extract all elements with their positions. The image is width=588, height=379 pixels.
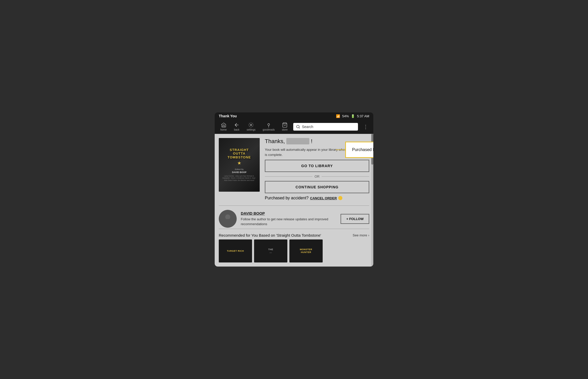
continue-shopping-button[interactable]: CONTINUE SHOPPING bbox=[265, 181, 369, 193]
or-divider: OR bbox=[265, 175, 369, 178]
cancel-order-link[interactable]: CANCEL ORDER bbox=[310, 196, 337, 200]
recommended-header: Recommended for You Based on 'Straight O… bbox=[219, 229, 369, 239]
settings-label: settings bbox=[247, 128, 255, 131]
svg-point-2 bbox=[297, 125, 299, 128]
svg-point-3 bbox=[225, 214, 230, 220]
author-name[interactable]: DAVID BOOP bbox=[241, 211, 336, 215]
accident-row: Purchased by accident? CANCEL ORDER bbox=[265, 196, 369, 200]
search-bar[interactable]: Search bbox=[293, 123, 358, 131]
go-to-library-button[interactable]: GO TO LIBRARY bbox=[265, 160, 369, 172]
store-label: store bbox=[282, 128, 288, 131]
recommended-book-1[interactable]: TARGET RICH bbox=[219, 239, 252, 262]
book-cover: STRAIGHT OUTTA TOMBSTONE ★ Edited By DAV… bbox=[219, 138, 260, 192]
nav-store[interactable]: store bbox=[278, 121, 291, 133]
wifi-icon: 📶 bbox=[336, 114, 340, 118]
see-more-link[interactable]: See more › bbox=[353, 233, 369, 237]
app-title: Thank You bbox=[219, 114, 237, 118]
book-thumbs: TARGET RICH THE... MONSTERHUNTER bbox=[219, 239, 369, 262]
username: ______ bbox=[286, 138, 309, 144]
status-right: 📶 54% 🔋 5:37 AM bbox=[336, 114, 369, 118]
yellow-dot-indicator bbox=[338, 196, 342, 200]
follow-button[interactable]: + FOLLOW bbox=[341, 214, 369, 224]
book-title: STRAIGHT OUTTA TOMBSTONE bbox=[227, 148, 251, 159]
nav-back[interactable]: back bbox=[230, 121, 243, 133]
nav-home[interactable]: home bbox=[217, 121, 230, 133]
svg-point-1 bbox=[268, 124, 269, 125]
recommended-book-3[interactable]: MONSTERHUNTER bbox=[289, 239, 323, 262]
chevron-right-icon: › bbox=[368, 233, 369, 237]
book-star: ★ bbox=[237, 160, 241, 166]
menu-button[interactable]: ⋮ bbox=[360, 122, 371, 131]
recommended-title: Recommended for You Based on 'Straight O… bbox=[219, 233, 321, 237]
time: 5:37 AM bbox=[357, 114, 369, 118]
search-icon bbox=[296, 124, 300, 129]
book-author: Edited By DAVID BOOP Larry Correia · Jod… bbox=[221, 168, 258, 181]
content-area: STRAIGHT OUTTA TOMBSTONE ★ Edited By DAV… bbox=[215, 134, 373, 267]
author-avatar bbox=[219, 210, 237, 228]
svg-point-0 bbox=[251, 124, 252, 126]
book-cover-inner: STRAIGHT OUTTA TOMBSTONE ★ Edited By DAV… bbox=[219, 138, 260, 192]
tooltip-popup: Purchased by accident? CANCEL ORDER bbox=[345, 142, 373, 158]
battery-percentage: 54% bbox=[342, 114, 349, 118]
accident-text: Purchased by accident? bbox=[265, 196, 309, 200]
author-follow-desc: Follow the author to get new release upd… bbox=[241, 217, 336, 226]
tooltip-text: Purchased by accident? bbox=[352, 147, 373, 152]
goodreads-label: goodreads bbox=[263, 128, 275, 131]
nav-goodreads[interactable]: goodreads bbox=[259, 121, 278, 133]
svg-point-4 bbox=[223, 219, 232, 225]
author-section: DAVID BOOP Follow the author to get new … bbox=[219, 205, 369, 228]
battery-icon: 🔋 bbox=[351, 114, 355, 118]
home-label: home bbox=[220, 128, 227, 131]
back-label: back bbox=[234, 128, 239, 131]
recommended-book-2[interactable]: THE... bbox=[254, 239, 287, 262]
status-bar: Thank You 📶 54% 🔋 5:37 AM bbox=[215, 112, 373, 120]
nav-settings[interactable]: settings bbox=[243, 121, 259, 133]
nav-bar: home back settings goodreads store Searc… bbox=[215, 120, 373, 134]
author-info: DAVID BOOP Follow the author to get new … bbox=[241, 211, 336, 226]
search-label: Search bbox=[302, 125, 313, 129]
